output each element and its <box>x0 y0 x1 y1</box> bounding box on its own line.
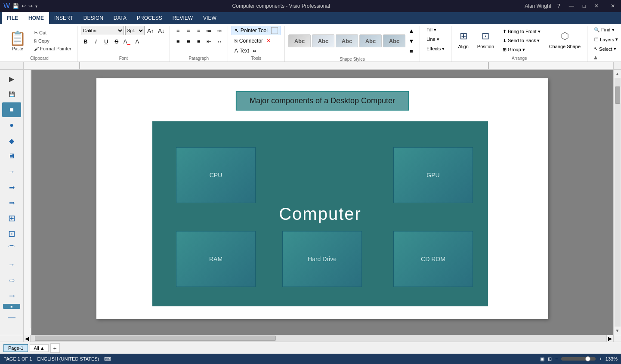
expand-panel-button[interactable]: ▶ <box>2 71 21 86</box>
scroll-left-arrow[interactable]: ◀ <box>24 335 31 342</box>
shape-style-up-button[interactable]: ▲ <box>407 26 416 35</box>
italic-button[interactable]: I <box>91 37 101 46</box>
pointer-tool-button[interactable]: ↖ Pointer Tool <box>232 26 281 35</box>
canvas-wrapper[interactable]: Major components of a Desktop Computer C… <box>31 70 613 335</box>
h-scroll-thumb[interactable] <box>35 336 276 341</box>
tab-design[interactable]: DESIGN <box>78 12 108 24</box>
scroll-down-arrow[interactable]: ▼ <box>614 327 621 335</box>
diagram-title[interactable]: Major components of a Desktop Computer <box>236 91 409 111</box>
all-pages-button[interactable]: All ▲ <box>30 344 48 352</box>
diamond-tool[interactable]: ◆ <box>2 133 21 148</box>
strikethrough-button[interactable]: S <box>112 37 121 46</box>
component-ram[interactable]: RAM <box>176 231 256 287</box>
arrow-right-6-tool[interactable]: ⇾ <box>2 288 21 303</box>
add-page-button[interactable]: + <box>50 343 60 353</box>
shape-tool-2[interactable]: ⊡ <box>2 226 21 241</box>
shape-style-down-button[interactable]: ▼ <box>407 36 416 46</box>
group-button[interactable]: ⊞ Group ▾ <box>500 46 544 54</box>
shape-style-more-button[interactable]: ≡ <box>407 46 416 56</box>
shrink-font-button[interactable]: A↓ <box>157 26 166 35</box>
shape-style-3-button[interactable]: Abc <box>336 34 358 47</box>
zoom-slider-thumb[interactable] <box>585 356 590 361</box>
component-cpu[interactable]: CPU <box>176 147 256 203</box>
effects-button[interactable]: Effects ▾ <box>423 45 448 53</box>
circle-tool[interactable]: ● <box>2 118 21 133</box>
close-button[interactable]: ✕ <box>592 2 601 10</box>
position-button[interactable]: Position <box>474 43 497 50</box>
select-button[interactable]: ↖ Select ▾ <box>591 45 619 53</box>
tab-data[interactable]: DATA <box>108 12 132 24</box>
align-center-button[interactable]: ≡ <box>184 26 193 35</box>
curve-tool[interactable]: ⌒ <box>2 242 21 256</box>
send-to-back-button[interactable]: ⬇ Send to Back ▾ <box>500 37 544 45</box>
filled-rect-tool[interactable]: ■ <box>3 304 20 309</box>
text-direction-button[interactable]: ↔ <box>215 37 224 46</box>
zoom-out-button[interactable]: − <box>555 356 558 361</box>
arrow-right-4-tool[interactable]: → <box>2 257 21 272</box>
change-shape-button[interactable]: Change Shape <box>546 43 584 50</box>
shape-style-4-button[interactable]: Abc <box>359 34 382 47</box>
line-tool[interactable]: — <box>2 310 21 324</box>
align-left-button[interactable]: ≡ <box>173 26 183 35</box>
component-gpu[interactable]: GPU <box>393 147 473 203</box>
save-shape-button[interactable]: 💾 <box>2 87 21 102</box>
arrow-right-1-tool[interactable]: → <box>2 164 21 179</box>
increase-indent-button[interactable]: ⇥ <box>215 26 224 35</box>
align-top-button[interactable]: ≡ <box>173 37 183 46</box>
layers-button[interactable]: ⧠ Layers ▾ <box>591 35 621 43</box>
font-size-select[interactable]: 8pt. <box>125 26 145 35</box>
grow-font-button[interactable]: A↑ <box>146 26 155 35</box>
bring-to-front-button[interactable]: ⬆ Bring to Front ▾ <box>500 28 544 36</box>
underline-button[interactable]: U <box>102 37 111 46</box>
bold-button[interactable]: B <box>81 37 90 46</box>
zoom-in-button[interactable]: + <box>599 356 602 361</box>
zoom-slider[interactable] <box>561 357 596 361</box>
scroll-up-arrow[interactable]: ▲ <box>614 70 621 78</box>
arrow-right-2-tool[interactable]: ➡ <box>2 180 21 194</box>
view-grid-icon[interactable]: ⊞ <box>548 356 552 362</box>
page-1-tab[interactable]: Page-1 <box>3 344 28 352</box>
rectangle-tool[interactable]: ■ <box>2 102 21 117</box>
decrease-indent-button[interactable]: ⇤ <box>204 37 214 46</box>
line-button[interactable]: Line ▾ <box>423 35 442 43</box>
send-back-dropdown[interactable]: ▾ <box>537 38 540 43</box>
shape-style-5-button[interactable]: Abc <box>383 34 405 47</box>
text-tool-button[interactable]: A Text ⇔ <box>232 46 259 55</box>
group-dropdown[interactable]: ▾ <box>522 47 525 52</box>
quick-undo[interactable]: ↩ <box>22 3 26 9</box>
align-button[interactable]: Align <box>455 43 471 50</box>
computer-box[interactable]: Computer CPU GPU RAM <box>152 121 488 306</box>
component-hdd[interactable]: Hard Drive <box>282 231 362 287</box>
cut-button[interactable]: ✂ Cut <box>32 29 74 37</box>
v-scroll-thumb[interactable] <box>615 86 620 104</box>
tab-home[interactable]: HOME <box>23 12 49 24</box>
v-scrollbar[interactable]: ▲ ▼ <box>613 70 621 335</box>
panel-close-button[interactable]: ✕ <box>608 2 618 10</box>
ribbon-collapse-button[interactable]: ▲ <box>591 53 600 62</box>
bullets-button[interactable]: ≔ <box>204 26 214 35</box>
shape-tool-1[interactable]: ⊞ <box>2 211 21 225</box>
font-color-button[interactable]: A_ <box>122 37 132 46</box>
font-family-select[interactable]: Calibri <box>81 26 124 35</box>
tab-review[interactable]: REVIEW <box>167 12 198 24</box>
monitor-tool[interactable]: 🖥 <box>2 149 21 163</box>
tab-insert[interactable]: INSERT <box>49 12 78 24</box>
tab-file[interactable]: FILE <box>2 12 23 24</box>
view-normal-icon[interactable]: ▣ <box>540 356 544 362</box>
arrow-right-3-tool[interactable]: ⇒ <box>2 195 21 210</box>
shape-style-1-button[interactable]: Abc <box>288 34 311 47</box>
h-scroll-track[interactable] <box>31 335 606 342</box>
shape-style-2-button[interactable]: Abc <box>312 34 334 47</box>
scroll-right-arrow[interactable]: ▶ <box>606 335 613 342</box>
tab-process[interactable]: PROCESS <box>132 12 167 24</box>
v-scroll-track[interactable] <box>615 78 621 327</box>
maximize-button[interactable]: □ <box>580 2 588 10</box>
connector-tool-button[interactable]: ⎘ Connector ✕ <box>232 37 274 45</box>
align-right-button[interactable]: ≡ <box>194 26 204 35</box>
format-painter-button[interactable]: 🖌 Format Painter <box>32 45 74 52</box>
fill-button[interactable]: Fill ▾ <box>423 26 439 34</box>
align-middle-button[interactable]: ≡ <box>184 37 193 46</box>
copy-button[interactable]: ⎘ Copy <box>32 37 74 44</box>
quick-redo[interactable]: ↪ <box>28 3 33 9</box>
component-cdrom[interactable]: CD ROM <box>393 231 473 287</box>
